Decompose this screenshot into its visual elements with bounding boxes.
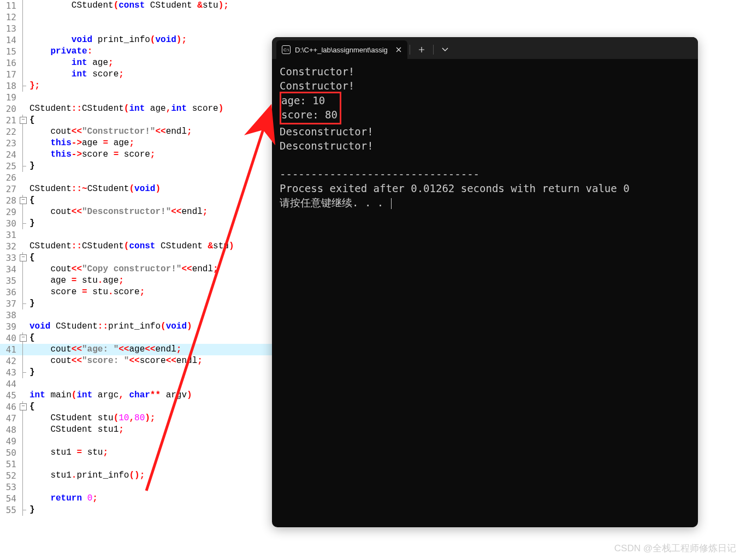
- terminal-output[interactable]: Constructor! Constructor! age: 10 score:…: [272, 59, 698, 215]
- code-line[interactable]: 43}: [0, 367, 273, 378]
- line-number: 25: [0, 160, 19, 172]
- line-number: 28: [0, 195, 19, 206]
- fold-gutter: [19, 46, 27, 57]
- code-line[interactable]: 31: [0, 229, 273, 241]
- line-number: 50: [0, 447, 19, 458]
- code-content: void CStudent::print_info(void): [27, 321, 273, 332]
- line-number: 11: [0, 0, 19, 11]
- fold-gutter: [19, 149, 27, 160]
- code-line[interactable]: 16 int age;: [0, 57, 273, 69]
- fold-gutter: [19, 34, 27, 46]
- line-number: 15: [0, 46, 19, 57]
- code-content: cout<<"age: "<<age<<endl;: [27, 344, 273, 355]
- fold-toggle-icon[interactable]: [19, 332, 27, 344]
- code-line[interactable]: 52 stu1.print_info();: [0, 470, 273, 481]
- code-line[interactable]: 25}: [0, 160, 273, 172]
- code-line[interactable]: 33{: [0, 252, 273, 264]
- code-line[interactable]: 44: [0, 378, 273, 390]
- code-line[interactable]: 41 cout<<"age: "<<age<<endl;: [0, 344, 273, 355]
- code-line[interactable]: 51: [0, 458, 273, 470]
- fold-gutter: [19, 80, 27, 92]
- code-content: [27, 172, 273, 183]
- code-line[interactable]: 35 age = stu.age;: [0, 275, 273, 287]
- code-line[interactable]: 36 score = stu.score;: [0, 287, 273, 298]
- fold-toggle-icon[interactable]: [19, 115, 27, 126]
- line-number: 24: [0, 149, 19, 160]
- output-line: Constructor!: [280, 80, 354, 92]
- separator: [433, 45, 434, 55]
- code-line[interactable]: 29 cout<<"Desconstructor!"<<endl;: [0, 206, 273, 218]
- code-line[interactable]: 23 this->age = age;: [0, 138, 273, 149]
- code-line[interactable]: 20CStudent::CStudent(int age,int score): [0, 103, 273, 115]
- fold-gutter: [19, 57, 27, 69]
- code-line[interactable]: 17 int score;: [0, 69, 273, 80]
- fold-toggle-icon[interactable]: [19, 252, 27, 264]
- fold-gutter: [19, 206, 27, 218]
- line-number: 31: [0, 229, 19, 241]
- code-line[interactable]: 53: [0, 481, 273, 493]
- code-line[interactable]: 26: [0, 172, 273, 183]
- code-line[interactable]: 22 cout<<"Constructor!"<<endl;: [0, 126, 273, 138]
- code-line[interactable]: 49: [0, 436, 273, 447]
- fold-gutter: [19, 229, 27, 241]
- code-line[interactable]: 37}: [0, 298, 273, 309]
- code-line[interactable]: 14 void print_info(void);: [0, 34, 273, 46]
- code-line[interactable]: 18};: [0, 80, 273, 92]
- line-number: 38: [0, 309, 19, 321]
- line-number: 20: [0, 103, 19, 115]
- code-line[interactable]: 11 CStudent(const CStudent &stu);: [0, 0, 273, 11]
- terminal-tab[interactable]: C:\ D:\C++_lab\assignment\assig: [276, 40, 407, 59]
- code-line[interactable]: 47 CStudent stu(10,80);: [0, 413, 273, 424]
- fold-gutter: [19, 447, 27, 458]
- code-line[interactable]: 46{: [0, 401, 273, 413]
- line-number: 30: [0, 218, 19, 229]
- code-line[interactable]: 13: [0, 23, 273, 34]
- fold-gutter: [19, 0, 27, 11]
- fold-toggle-icon[interactable]: [19, 401, 27, 413]
- code-line[interactable]: 42 cout<<"score: "<<score<<endl;: [0, 355, 273, 367]
- line-number: 41: [0, 344, 19, 355]
- code-line[interactable]: 39void CStudent::print_info(void): [0, 321, 273, 332]
- code-line[interactable]: 50 stu1 = stu;: [0, 447, 273, 458]
- code-line[interactable]: 38: [0, 309, 273, 321]
- code-content: stu1.print_info();: [27, 470, 273, 481]
- code-line[interactable]: 32CStudent::CStudent(const CStudent &stu…: [0, 241, 273, 252]
- dropdown-button[interactable]: [436, 40, 454, 59]
- fold-toggle-icon[interactable]: [19, 195, 27, 206]
- code-content: };: [27, 80, 273, 92]
- terminal-titlebar: C:\ D:\C++_lab\assignment\assig: [272, 37, 698, 59]
- code-content: }: [27, 298, 273, 309]
- fold-gutter: [19, 287, 27, 298]
- line-number: 17: [0, 69, 19, 80]
- line-number: 16: [0, 57, 19, 69]
- line-number: 52: [0, 470, 19, 481]
- code-editor[interactable]: 11 CStudent(const CStudent &stu);121314 …: [0, 0, 273, 560]
- line-number: 29: [0, 206, 19, 218]
- code-line[interactable]: 40{: [0, 332, 273, 344]
- code-line[interactable]: 27CStudent::~CStudent(void): [0, 183, 273, 195]
- code-content: CStudent::CStudent(const CStudent &stu): [27, 241, 273, 252]
- line-number: 21: [0, 115, 19, 126]
- code-line[interactable]: 21{: [0, 115, 273, 126]
- code-line[interactable]: 34 cout<<"Copy constructor!"<<endl;: [0, 264, 273, 275]
- code-line[interactable]: 19: [0, 92, 273, 103]
- titlebar-actions: [407, 40, 454, 59]
- code-line[interactable]: 48 CStudent stu1;: [0, 424, 273, 436]
- line-number: 48: [0, 424, 19, 436]
- fold-gutter: [19, 218, 27, 229]
- new-tab-button[interactable]: [412, 40, 431, 59]
- code-line[interactable]: 55}: [0, 504, 273, 516]
- code-line[interactable]: 15 private:: [0, 46, 273, 57]
- terminal-icon: C:\: [282, 45, 291, 54]
- code-line[interactable]: 24 this->score = score;: [0, 149, 273, 160]
- line-number: 13: [0, 23, 19, 34]
- code-line[interactable]: 30}: [0, 218, 273, 229]
- code-line[interactable]: 54 return 0;: [0, 493, 273, 504]
- code-line[interactable]: 12: [0, 11, 273, 23]
- code-line[interactable]: 45int main(int argc, char** argv): [0, 390, 273, 401]
- tab-close-button[interactable]: [392, 43, 405, 56]
- code-line[interactable]: 28{: [0, 195, 273, 206]
- output-line: Desconstructor!: [280, 140, 374, 152]
- line-number: 14: [0, 34, 19, 46]
- code-content: return 0;: [27, 493, 273, 504]
